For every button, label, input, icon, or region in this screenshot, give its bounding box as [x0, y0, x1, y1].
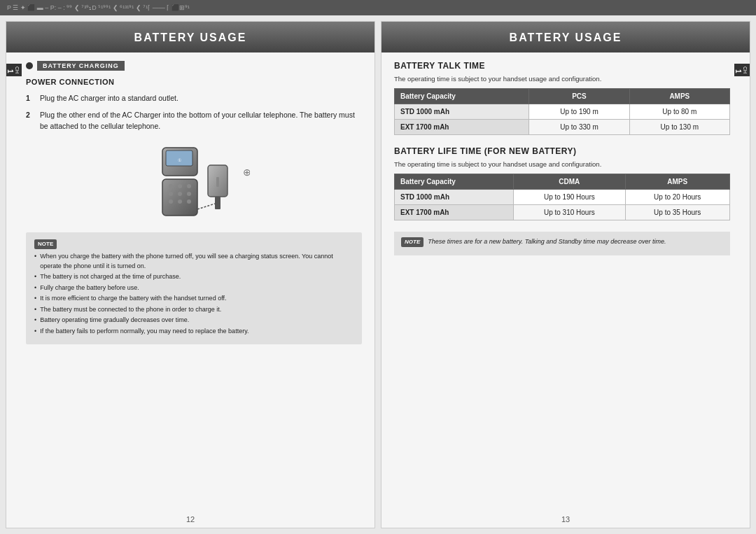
phone-illustration: ①	[26, 137, 362, 228]
right-note-text: These times are for a new battery. Talki…	[428, 237, 666, 247]
talk-table-col2: AMPS	[629, 89, 729, 104]
talk-time-title: BATTERY TALK TIME	[394, 61, 730, 71]
talk-row0-col0: STD 1000 mAh	[395, 104, 529, 120]
left-page-header: BATTERY USAGE	[6, 22, 374, 52]
right-note-badge: NOTE	[401, 237, 424, 247]
note-item-2: • Fully charge the battery before use.	[34, 283, 354, 293]
note-text-3: It is more efficient to charge the batte…	[40, 294, 226, 304]
svg-point-5	[178, 184, 182, 188]
left-chapter-tab: CH 1	[6, 64, 22, 76]
life-table-col2: AMPS	[625, 174, 730, 190]
step-2-text: Plug the other end of the AC Charger int…	[40, 110, 362, 132]
right-page-panel: BATTERY USAGE CH 1 BATTERY TALK TIME The…	[381, 21, 750, 528]
talk-row0-col1: Up to 190 m	[529, 104, 629, 120]
life-row0-col2: Up to 20 Hours	[625, 190, 730, 205]
notes-section: NOTE • When you charge the battery with …	[26, 232, 362, 344]
top-marks-bar: P ☰ ✦ ⬛ ▬ – P: – : ⁹⁹ ❮ ⁷³⁹₁D ⁵¹⁹⁹¹ ❮ ⁶¹…	[0, 0, 756, 15]
talk-table-col1: PCS	[529, 89, 629, 104]
life-table-row-0: STD 1000 mAh Up to 190 Hours Up to 20 Ho…	[395, 190, 730, 205]
note-text-1: The battery is not charged at the time o…	[40, 272, 181, 282]
life-time-title: BATTERY LIFE TIME (FOR NEW BATTERY)	[394, 146, 730, 156]
right-page-content: BATTERY TALK TIME The operating time is …	[382, 52, 750, 511]
svg-text:⊕: ⊕	[243, 167, 250, 178]
right-ch-number: 1	[734, 69, 742, 73]
svg-point-10	[169, 199, 173, 204]
svg-point-4	[169, 184, 173, 188]
svg-line-16	[197, 204, 215, 209]
left-ch-number: 1	[6, 69, 14, 73]
life-table-col0: Battery Capacity	[395, 174, 514, 190]
steps-list: 1 Plug the AC charger into a standard ou…	[26, 93, 362, 132]
note-text-2: Fully charge the battery before use.	[40, 283, 139, 293]
svg-point-6	[187, 184, 191, 188]
note-text-4: The battery must be connected to the pho…	[40, 305, 221, 315]
note-text-0: When you charge the battery with the pho…	[40, 252, 354, 271]
svg-point-9	[187, 192, 191, 196]
life-row0-col1: Up to 190 Hours	[514, 190, 625, 205]
talk-row1-col2: Up to 130 m	[629, 120, 729, 135]
left-ch-label: CH	[14, 66, 20, 73]
step-2-num: 2	[26, 110, 34, 132]
left-page-panel: BATTERY USAGE CH 1 BATTERY CHARGING POWE…	[6, 21, 375, 528]
step-2: 2 Plug the other end of the AC Charger i…	[26, 110, 362, 132]
left-page-content: BATTERY CHARGING POWER CONNECTION 1 Plug…	[6, 52, 374, 511]
talk-time-description: The operating time is subject to your ha…	[394, 75, 730, 83]
battery-charging-label: BATTERY CHARGING	[37, 61, 125, 71]
top-marks-text: P ☰ ✦ ⬛ ▬ – P: – : ⁹⁹ ❮ ⁷³⁹₁D ⁵¹⁹⁹¹ ❮ ⁶¹…	[7, 4, 190, 11]
life-table-col1: CDMA	[514, 174, 625, 190]
note-item-6: • If the battery fails to perform normal…	[34, 327, 354, 337]
svg-text:①: ①	[178, 158, 181, 162]
bullet-icon	[26, 62, 33, 69]
life-time-table: Battery Capacity CDMA AMPS STD 1000 mAh …	[394, 174, 730, 220]
right-page-header: BATTERY USAGE	[382, 22, 750, 52]
right-page-note: NOTE These times are for a new battery. …	[394, 232, 730, 255]
life-table-row-1: EXT 1700 mAh Up to 310 Hours Up to 35 Ho…	[395, 205, 730, 220]
step-1-num: 1	[26, 93, 34, 104]
talk-table-row-1: EXT 1700 mAh Up to 330 m Up to 130 m	[395, 120, 730, 135]
note-item-1: • The battery is not charged at the time…	[34, 272, 354, 282]
svg-point-11	[178, 199, 182, 204]
talk-row0-col2: Up to 80 m	[629, 104, 729, 120]
right-page-number: 13	[382, 511, 750, 528]
life-row1-col0: EXT 1700 mAh	[395, 205, 514, 220]
right-chapter-tab: CH 1	[734, 64, 750, 76]
power-connection-title: POWER CONNECTION	[26, 78, 362, 86]
note-item-3: • It is more efficient to charge the bat…	[34, 294, 354, 304]
svg-rect-15	[216, 177, 219, 187]
step-1: 1 Plug the AC charger into a standard ou…	[26, 93, 362, 104]
life-row1-col2: Up to 35 Hours	[625, 205, 730, 220]
note-text-5: Battery operating time gradually decreas…	[40, 316, 189, 325]
talk-table-col0: Battery Capacity	[395, 89, 529, 104]
life-row1-col1: Up to 310 Hours	[514, 205, 625, 220]
note-item-5: • Battery operating time gradually decre…	[34, 316, 354, 325]
svg-point-8	[178, 192, 182, 196]
note-item-0: • When you charge the battery with the p…	[34, 252, 354, 271]
life-time-description: The operating time is subject to your ha…	[394, 160, 730, 168]
svg-rect-14	[215, 197, 220, 209]
talk-row1-col1: Up to 330 m	[529, 120, 629, 135]
talk-time-table: Battery Capacity PCS AMPS STD 1000 mAh U…	[394, 88, 730, 135]
talk-table-row-0: STD 1000 mAh Up to 190 m Up to 80 m	[395, 104, 730, 120]
svg-point-7	[169, 192, 173, 196]
life-row0-col0: STD 1000 mAh	[395, 190, 514, 205]
talk-row1-col0: EXT 1700 mAh	[395, 120, 529, 135]
phone-charger-diagram: ①	[138, 141, 250, 225]
left-page-number: 12	[6, 511, 374, 528]
right-ch-label: CH	[742, 66, 748, 73]
note-text-6: If the battery fails to perform normally…	[40, 327, 248, 337]
step-1-text: Plug the AC charger into a standard outl…	[40, 93, 178, 104]
note-item-4: • The battery must be connected to the p…	[34, 305, 354, 315]
note-badge: NOTE	[34, 239, 354, 252]
svg-point-12	[187, 199, 191, 204]
battery-charging-section-header: BATTERY CHARGING	[26, 61, 362, 71]
